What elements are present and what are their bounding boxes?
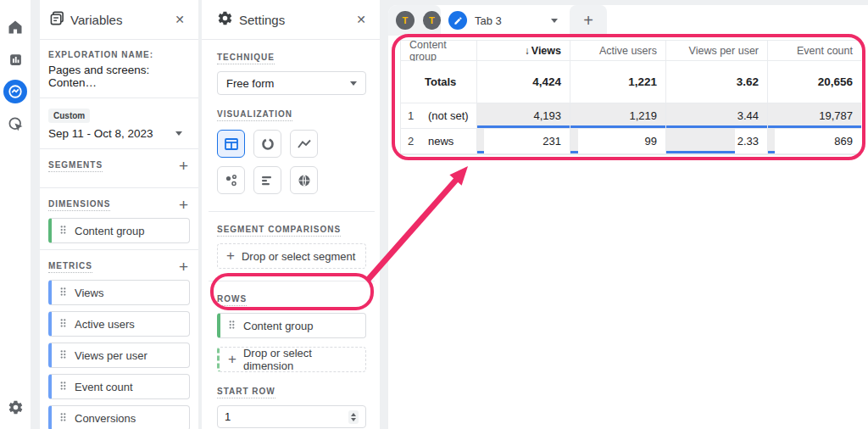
table-header-active-users[interactable]: Active users (570, 41, 666, 61)
metric-chip[interactable]: Active users (48, 311, 190, 337)
metrics-label: METRICS (48, 261, 92, 273)
dimensions-label: DIMENSIONS (48, 199, 110, 211)
rows-dimension-chip[interactable]: Content group (217, 313, 366, 338)
date-range-picker[interactable]: Sep 11 - Oct 8, 2023 (48, 127, 190, 140)
table-header-views-per-user[interactable]: Views per user (666, 41, 768, 61)
segments-label: SEGMENTS (48, 160, 103, 172)
heat-bar (768, 125, 861, 128)
drop-dimension-target[interactable]: + Drop or select dimension (217, 347, 366, 372)
totals-value: 4,424 (477, 61, 570, 103)
segment-comparisons-label: SEGMENT COMPARISONS (217, 225, 341, 237)
heat-fill (477, 129, 484, 153)
variables-close-icon[interactable]: ✕ (171, 11, 188, 28)
totals-value: 1,221 (570, 61, 666, 103)
chip-label: Active users (75, 318, 135, 331)
admin-gear-icon[interactable] (3, 395, 27, 419)
chip-label: Views per user (75, 349, 147, 362)
table-cell-value[interactable]: 231 (477, 129, 570, 154)
chip-label: Content group (243, 320, 313, 332)
reports-icon[interactable] (3, 47, 27, 71)
heat-bar (666, 125, 767, 128)
stepper-icon[interactable] (348, 410, 359, 424)
start-row-label: START ROW (217, 387, 275, 398)
heat-fill (768, 129, 775, 153)
start-row-input[interactable]: 1 (217, 405, 366, 428)
chip-label: Views (75, 287, 103, 299)
plus-icon: + (228, 351, 236, 368)
heat-fill (570, 129, 578, 153)
visualization-label: VISUALIZATION (217, 109, 292, 121)
table-cell-value[interactable]: 19,787 (768, 103, 861, 129)
add-dimension-button[interactable]: + (177, 197, 190, 213)
heat-bar (666, 151, 735, 153)
table-cell-value[interactable]: 3.44 (666, 103, 768, 129)
heat-bar (477, 125, 570, 128)
drop-segment-target[interactable]: + Drop or select segment (217, 243, 366, 269)
table-cell-value[interactable]: 4,193 (477, 103, 570, 129)
collapsed-tab[interactable]: T (396, 11, 415, 30)
sort-desc-icon: ↓ (525, 45, 530, 57)
active-tab[interactable]: Tab 3 (441, 5, 566, 36)
plus-icon: + (226, 248, 235, 265)
collapsed-tab[interactable]: T (423, 11, 442, 30)
table-row-dimension[interactable]: 2news (401, 129, 477, 154)
technique-label: TECHNIQUE (217, 53, 275, 64)
totals-label: Totals (401, 61, 477, 103)
exploration-name-label: EXPLORATION NAME: (48, 50, 190, 59)
heat-bar (570, 151, 578, 153)
home-icon[interactable] (3, 15, 27, 39)
viz-scatter-icon[interactable] (217, 166, 245, 194)
settings-title: Settings (239, 13, 347, 27)
dimension-chip[interactable]: Content group (48, 218, 190, 243)
chevron-down-icon (350, 81, 357, 86)
viz-bar-icon[interactable] (253, 166, 281, 194)
drag-handle-icon (59, 348, 67, 363)
totals-value: 20,656 (768, 61, 861, 103)
table-cell-value[interactable]: 869 (768, 129, 861, 154)
drag-handle-icon (59, 286, 67, 300)
drag-handle-icon (228, 319, 236, 333)
table-row-dimension[interactable]: 1(not set) (401, 103, 477, 129)
heat-bar (477, 151, 484, 153)
table-cell-value[interactable]: 1,219 (570, 103, 666, 129)
add-segment-button[interactable]: + (177, 158, 190, 174)
table-cell-value[interactable]: 99 (570, 129, 666, 154)
variables-panel: Variables ✕ EXPLORATION NAME: Pages and … (40, 0, 198, 429)
explore-icon[interactable] (3, 80, 27, 103)
table-header-views[interactable]: ↓Views (477, 41, 570, 61)
edit-pencil-icon[interactable] (448, 11, 467, 30)
date-custom-badge: Custom (48, 109, 90, 123)
add-tab-button[interactable]: + (570, 5, 607, 36)
advertising-icon[interactable] (3, 112, 27, 136)
drag-handle-icon (59, 317, 67, 332)
technique-select[interactable]: Free form (217, 71, 366, 95)
table-header-dimension[interactable]: Content group (401, 41, 477, 61)
viz-table-icon[interactable] (217, 130, 245, 158)
settings-panel: Settings ✕ TECHNIQUE Free form VISUALIZA… (202, 0, 380, 429)
chevron-down-icon[interactable] (551, 19, 558, 23)
metric-chip[interactable]: Event count (48, 374, 190, 399)
metric-chip[interactable]: Views (48, 280, 190, 305)
chip-label: Content group (75, 225, 144, 237)
viz-donut-icon[interactable] (253, 130, 281, 158)
active-tab-label: Tab 3 (475, 14, 502, 27)
exploration-name[interactable]: Pages and screens: Conten… (48, 64, 190, 89)
metric-chip[interactable]: Views per user (48, 343, 190, 368)
viz-line-icon[interactable] (290, 130, 318, 158)
drag-handle-icon (59, 411, 67, 426)
chevron-down-icon (175, 131, 182, 136)
variables-title: Variables (70, 13, 165, 27)
plus-icon: + (583, 11, 593, 31)
exploration-canvas: TT Tab 3 + Content group↓ViewsActive use… (388, 5, 868, 429)
totals-value: 3.62 (666, 61, 768, 103)
heat-bar (570, 125, 665, 128)
settings-close-icon[interactable]: ✕ (353, 11, 370, 28)
chip-label: Conversions (75, 412, 136, 425)
table-cell-value[interactable]: 2.33 (666, 129, 768, 154)
settings-gear-icon (217, 10, 233, 30)
left-nav (0, 0, 31, 429)
add-metric-button[interactable]: + (177, 259, 190, 275)
table-header-event-count[interactable]: Event count (768, 41, 861, 61)
viz-geo-icon[interactable] (290, 166, 318, 194)
metric-chip[interactable]: Conversions (48, 405, 190, 429)
